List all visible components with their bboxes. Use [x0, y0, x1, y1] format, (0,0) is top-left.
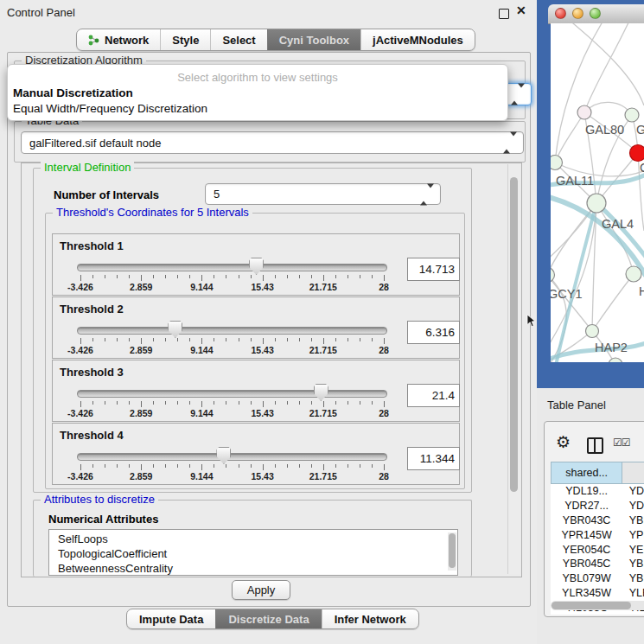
- table-cell[interactable]: YDL19...: [552, 484, 622, 499]
- dropdown-option-manual[interactable]: Manual Discretization: [8, 86, 507, 101]
- table-cell[interactable]: YBR0: [622, 557, 644, 571]
- network-edge[interactable]: [592, 274, 634, 331]
- slider-track[interactable]: [77, 390, 387, 398]
- slider-tick: [105, 275, 105, 278]
- threshold-value-field[interactable]: 6.316: [407, 321, 460, 344]
- tab-style[interactable]: Style: [160, 29, 210, 50]
- column-header-shared-name[interactable]: shared...: [552, 462, 622, 484]
- top-tab-bar: Network Style Select Cyni Toolbox jActiv…: [76, 29, 475, 51]
- settings-gear-icon[interactable]: ⚙: [556, 434, 571, 450]
- network-edge[interactable]: [568, 23, 644, 105]
- tab-jactivemnodules[interactable]: jActiveMNodules: [360, 29, 475, 50]
- network-edge[interactable]: [584, 23, 630, 112]
- network-window-titlebar[interactable]: [548, 4, 644, 24]
- table-row[interactable]: YPR145WYPR1: [552, 527, 644, 542]
- slider-tick-label: 21.715: [309, 345, 337, 355]
- list-scrollbar[interactable]: [448, 532, 456, 571]
- list-item[interactable]: BetweennessCentrality: [49, 561, 457, 576]
- column-layout-icon[interactable]: [587, 437, 603, 454]
- threshold-value-field[interactable]: 14.713: [407, 258, 460, 281]
- tab-network[interactable]: Network: [77, 29, 160, 50]
- slider-thumb[interactable]: [249, 258, 264, 275]
- table-cell[interactable]: YER0: [622, 542, 644, 557]
- table-cell[interactable]: YLR3: [622, 586, 644, 601]
- network-canvas[interactable]: GAL80GCGAL11GAL4GCY1HHAP2: [551, 23, 644, 362]
- H-node[interactable]: [626, 266, 641, 282]
- table-data-combobox[interactable]: galFiltered.sif default node: [21, 131, 524, 154]
- mouse-cursor: [526, 315, 537, 328]
- dropdown-placeholder-option[interactable]: Select algorithm to view settings: [8, 70, 507, 86]
- table-row[interactable]: YDR27...YDR2: [552, 499, 644, 513]
- threshold-value-field[interactable]: 21.4: [407, 384, 460, 407]
- slider-tick: [348, 401, 348, 405]
- zoom-window-icon[interactable]: [590, 8, 601, 19]
- table-row[interactable]: YER054CYER0: [552, 542, 644, 557]
- slider-tick: [214, 464, 214, 468]
- slider-tick-label: 15.43: [251, 408, 273, 418]
- slider-tick-label: 2.859: [130, 408, 152, 418]
- horizontal-scrollbar[interactable]: [551, 601, 644, 610]
- table-row[interactable]: YBL079WYBL0: [552, 571, 644, 586]
- slider-tick: [335, 401, 336, 405]
- number-of-intervals-combobox[interactable]: 5: [205, 183, 441, 205]
- tab-select[interactable]: Select: [210, 29, 266, 50]
- table-cell[interactable]: YBL0: [622, 571, 644, 586]
- GAL80-node[interactable]: [577, 105, 591, 119]
- table-cell[interactable]: YDR2: [622, 499, 644, 513]
- tab-discretize-data[interactable]: Discretize Data: [215, 609, 321, 628]
- slider-track[interactable]: [77, 453, 387, 461]
- GAL11-node[interactable]: [551, 156, 563, 170]
- threshold-value-field[interactable]: 11.344: [407, 447, 460, 470]
- tab-cyni-toolbox[interactable]: Cyni Toolbox: [267, 29, 360, 50]
- slider-tick: [239, 464, 239, 468]
- node-label: GAL4: [602, 217, 634, 231]
- table-cell[interactable]: YBR0: [622, 513, 644, 528]
- table-row[interactable]: YDL19...YDL1: [552, 484, 644, 499]
- select-columns-icon[interactable]: ☑☑: [613, 437, 630, 449]
- table-row[interactable]: YLR345WYLR3: [552, 586, 644, 601]
- apply-button[interactable]: Apply: [232, 580, 290, 600]
- slider-track[interactable]: [77, 327, 387, 335]
- scrollbar-thumb[interactable]: [552, 602, 631, 609]
- table-cell[interactable]: YBR045C: [552, 557, 622, 571]
- GAL4-node[interactable]: [587, 194, 606, 213]
- float-window-icon[interactable]: [499, 9, 509, 19]
- close-icon[interactable]: ✕: [516, 3, 526, 17]
- dropdown-option-equal-width[interactable]: Equal Width/Frequency Discretization: [8, 101, 507, 117]
- list-item[interactable]: SelfLoops: [49, 530, 457, 546]
- slider-thumb[interactable]: [216, 447, 231, 464]
- HAP2-node[interactable]: [586, 325, 599, 338]
- table-cell[interactable]: YLR345W: [552, 586, 622, 601]
- network-edge[interactable]: [555, 112, 584, 163]
- scrollbar-thumb[interactable]: [510, 177, 518, 492]
- table-cell[interactable]: YPR145W: [552, 527, 622, 542]
- C-node[interactable]: [630, 145, 644, 162]
- table-cell[interactable]: YPR1: [622, 527, 644, 542]
- vertical-scrollbar[interactable]: [507, 164, 520, 574]
- numerical-attributes-list[interactable]: SelfLoops TopologicalCoefficient Between…: [48, 529, 458, 576]
- GCY1-node[interactable]: [551, 268, 555, 283]
- table-cell[interactable]: YBR043C: [552, 513, 622, 528]
- tab-infer-network[interactable]: Infer Network: [322, 609, 418, 628]
- table-cell[interactable]: YER054C: [552, 542, 622, 557]
- table-cell[interactable]: YDR27...: [552, 499, 622, 513]
- edge-node[interactable]: [609, 358, 622, 362]
- slider-tick: [177, 275, 178, 278]
- network-edge[interactable]: [556, 203, 596, 362]
- tab-impute-data[interactable]: Impute Data: [127, 609, 215, 628]
- minimize-window-icon[interactable]: [572, 8, 583, 19]
- network-graph[interactable]: GAL80GCGAL11GAL4GCY1HHAP2: [551, 23, 644, 362]
- G-node[interactable]: [625, 108, 639, 122]
- list-item[interactable]: TopologicalCoefficient: [49, 546, 457, 561]
- slider-thumb[interactable]: [168, 321, 182, 338]
- table-row[interactable]: YBR045CYBR0: [552, 557, 644, 571]
- slider-track[interactable]: [77, 264, 387, 271]
- table-row[interactable]: YBR043CYBR0: [552, 513, 644, 528]
- slider-thumb[interactable]: [314, 384, 328, 401]
- slider-tick: [275, 275, 276, 278]
- table-cell[interactable]: YDL1: [622, 484, 644, 499]
- close-window-icon[interactable]: [555, 8, 566, 19]
- scrollbar-thumb[interactable]: [449, 533, 456, 568]
- table-cell[interactable]: YBL079W: [552, 571, 622, 586]
- column-header-name[interactable]: n: [622, 462, 644, 484]
